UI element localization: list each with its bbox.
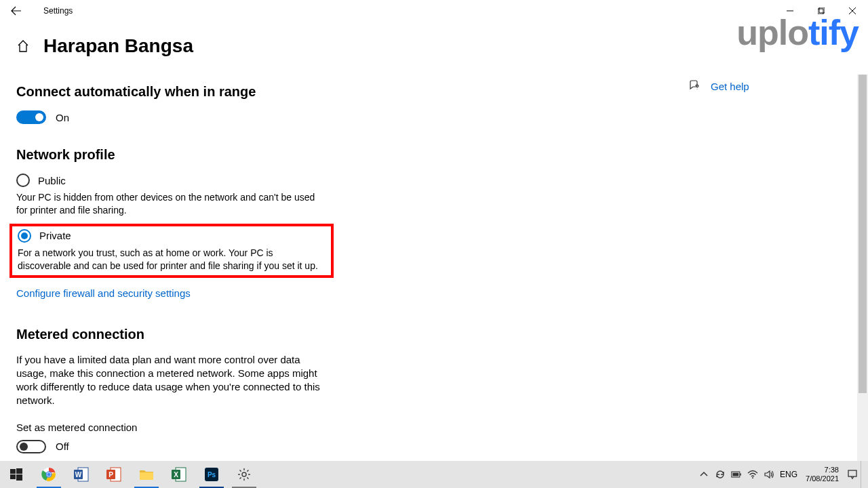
windows-icon — [10, 468, 22, 481]
page-title: Harapan Bangsa — [43, 35, 193, 57]
svg-rect-0 — [818, 9, 823, 14]
svg-line-29 — [240, 477, 241, 479]
svg-point-9 — [47, 472, 50, 476]
metered-heading: Metered connection — [16, 327, 407, 342]
titlebar: Settings — [0, 0, 868, 22]
auto-connect-state: On — [56, 112, 69, 123]
speaker-icon — [764, 469, 774, 480]
photoshop-icon: Ps — [203, 466, 220, 483]
tray-overflow[interactable] — [696, 461, 712, 488]
taskbar: W P X Ps — [0, 461, 868, 488]
svg-rect-34 — [848, 470, 856, 476]
svg-text:P: P — [108, 471, 113, 479]
close-button[interactable] — [837, 0, 868, 22]
svg-rect-4 — [10, 474, 16, 479]
restore-button[interactable] — [806, 0, 837, 22]
metered-state: Off — [56, 441, 69, 452]
battery-icon — [731, 469, 742, 480]
radio-public-indicator — [16, 174, 30, 187]
radio-private-label: Private — [39, 230, 71, 241]
taskbar-excel[interactable]: X — [163, 461, 195, 488]
tray-wifi[interactable] — [745, 461, 761, 488]
svg-rect-2 — [10, 469, 16, 474]
tray-date: 7/08/2021 — [806, 474, 839, 483]
svg-rect-32 — [732, 473, 738, 476]
svg-line-27 — [247, 477, 248, 479]
start-button[interactable] — [0, 461, 33, 488]
word-icon: W — [73, 466, 90, 483]
excel-icon: X — [171, 466, 187, 483]
taskbar-photoshop[interactable]: Ps — [195, 461, 228, 488]
tray-battery[interactable] — [728, 461, 745, 488]
taskbar-chrome[interactable] — [33, 461, 65, 488]
tray-sync[interactable] — [712, 461, 728, 488]
minimize-button[interactable] — [774, 0, 806, 22]
tray-language[interactable]: ENG — [777, 461, 800, 488]
page-header: Harapan Bangsa — [0, 22, 868, 57]
taskbar-settings[interactable] — [228, 461, 260, 488]
metered-toggle[interactable] — [16, 440, 46, 453]
svg-line-28 — [247, 470, 248, 472]
titlebar-left: Settings — [0, 0, 73, 22]
radio-public-desc: Your PC is hidden from other devices on … — [16, 191, 321, 217]
home-icon[interactable] — [16, 39, 30, 53]
radio-private-indicator — [18, 229, 31, 243]
tray-time: 7:38 — [806, 466, 839, 474]
svg-point-33 — [752, 477, 753, 479]
show-desktop[interactable] — [861, 461, 865, 488]
back-button[interactable] — [0, 0, 33, 22]
wifi-icon — [747, 469, 758, 480]
network-profile-heading: Network profile — [16, 147, 407, 163]
radio-public-label: Public — [38, 175, 66, 186]
tray-action-center[interactable] — [844, 461, 861, 488]
gear-icon — [237, 468, 251, 481]
notification-icon — [847, 469, 858, 480]
metered-desc: If you have a limited data plan and want… — [16, 353, 321, 408]
svg-text:X: X — [174, 471, 178, 479]
powerpoint-icon: P — [106, 466, 122, 483]
chrome-icon — [41, 466, 57, 483]
taskbar-explorer[interactable] — [130, 461, 163, 488]
sync-icon — [715, 469, 726, 480]
auto-connect-heading: Connect automatically when in range — [16, 84, 407, 100]
svg-rect-1 — [819, 7, 825, 13]
svg-rect-5 — [16, 474, 22, 481]
chevron-up-icon — [698, 469, 709, 480]
metered-toggle-label: Set as metered connection — [16, 422, 407, 433]
arrow-left-icon — [11, 5, 22, 16]
svg-text:W: W — [75, 471, 82, 479]
radio-private[interactable]: Private — [18, 229, 326, 243]
private-highlight: Private For a network you trust, such as… — [9, 224, 334, 278]
svg-rect-3 — [16, 468, 22, 474]
window-title: Settings — [43, 6, 73, 16]
folder-icon — [138, 466, 155, 483]
radio-public[interactable]: Public — [16, 174, 407, 187]
svg-text:Ps: Ps — [208, 471, 216, 479]
auto-connect-toggle[interactable] — [16, 110, 46, 124]
svg-point-21 — [242, 472, 246, 476]
svg-rect-31 — [740, 473, 741, 475]
svg-line-26 — [240, 470, 241, 472]
window-controls — [774, 0, 868, 22]
tray-volume[interactable] — [761, 461, 777, 488]
tray-clock[interactable]: 7:38 7/08/2021 — [800, 466, 844, 483]
content: Connect automatically when in range On N… — [0, 75, 868, 461]
taskbar-word[interactable]: W — [65, 461, 98, 488]
radio-private-desc: For a network you trust, such as at home… — [18, 247, 326, 272]
firewall-link[interactable]: Configure firewall and security settings — [16, 287, 191, 299]
taskbar-powerpoint[interactable]: P — [98, 461, 130, 488]
